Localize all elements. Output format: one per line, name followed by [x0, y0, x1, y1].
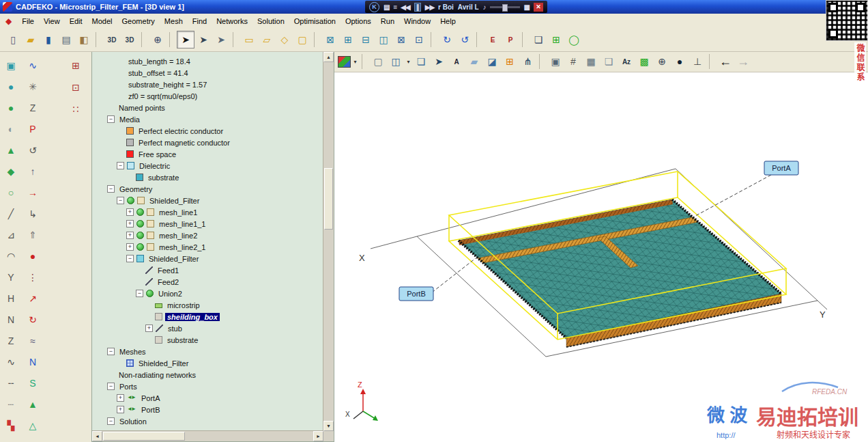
menu-item[interactable]: View [39, 16, 65, 27]
view-toolbar-button[interactable]: ➤ [430, 53, 448, 70]
view-toolbar-button[interactable]: ← [717, 53, 734, 70]
tree-expander[interactable] [107, 115, 115, 123]
tree-item-feed2[interactable]: Feed2 [92, 276, 323, 288]
tree-item-sheilding-box[interactable]: sheilding_box [92, 311, 323, 322]
tree-item-variable[interactable]: stub_offset = 41.4 [92, 67, 323, 79]
tree-item-mesh-line1[interactable]: mesh_line1 [92, 206, 323, 218]
vertical-scroll-thumb[interactable] [324, 168, 333, 230]
toolbar-button[interactable]: ⊠ [392, 31, 410, 49]
geometry-tool-button[interactable]: ∿ [2, 353, 20, 371]
menu-item[interactable]: Optimisation [289, 16, 341, 27]
toolbar-button[interactable]: ◫ [375, 31, 392, 49]
view-toolbar-button[interactable]: ▰ [465, 53, 483, 70]
view-toolbar-button[interactable]: ▢ [369, 53, 387, 70]
geometry-tool-button[interactable]: ▚ [2, 417, 20, 434]
transform-tool-button[interactable]: ↻ [24, 311, 42, 329]
toolbar-button[interactable]: ▱ [258, 31, 276, 49]
menu-item[interactable]: Run [376, 16, 399, 27]
tree-expander[interactable] [126, 220, 134, 227]
player-list-icon[interactable]: ≡ [393, 3, 396, 11]
geometry-tool-button[interactable]: ○ [2, 184, 20, 202]
geometry-tool-button[interactable]: ◐ [2, 120, 20, 138]
player-prev-button[interactable]: ◀◀ [401, 3, 409, 11]
geometry-tool-button[interactable]: H [2, 290, 20, 307]
tree-expander[interactable] [107, 383, 115, 390]
menu-item[interactable]: Help [435, 16, 461, 27]
tree-item-variable[interactable]: stub_length = 18.4 [92, 55, 323, 67]
workplane-tool-button[interactable]: ⊞ [67, 57, 85, 74]
geometry-tool-button[interactable]: ◠ [2, 247, 20, 265]
view-toolbar-button[interactable]: A [448, 53, 465, 70]
player-close-button[interactable]: ✕ [534, 3, 543, 12]
toolbar-button[interactable]: ⊠ [321, 31, 339, 49]
tree-item-named-points[interactable]: Named points [92, 102, 323, 113]
geometry-tool-button[interactable]: ╱ [2, 205, 20, 223]
tree-item-free-space[interactable]: Free space [92, 148, 323, 160]
workplane-tool-button[interactable]: ∷ [67, 100, 85, 118]
tree-item-non-radiating-networks[interactable]: Non-radiating networks [92, 369, 323, 381]
toolbar-button[interactable]: ▯ [4, 31, 22, 49]
view-toolbar-button[interactable]: ⊞ [501, 53, 519, 70]
tree-item-dielectric[interactable]: Dielectric [92, 160, 323, 171]
tree-vertical-scrollbar[interactable]: ▲ ▼ [323, 52, 334, 431]
tree-item-media[interactable]: Media [92, 113, 323, 125]
player-next-button[interactable]: ▶▶ [425, 3, 434, 11]
tree-item-pmc[interactable]: Perfect magnetic conductor [92, 137, 323, 148]
tree-item-feed1[interactable]: Feed1 [92, 264, 323, 276]
geometry-tool-button[interactable]: ◆ [2, 163, 20, 180]
menu-item[interactable]: Geometry [117, 16, 160, 27]
tree-item-shielded-filter[interactable]: Shielded_Filter [92, 195, 323, 206]
geometry-tool-button[interactable]: ⊿ [2, 226, 20, 244]
transform-tool-button[interactable]: ↗ [24, 290, 42, 307]
transform-tool-button[interactable]: ❖ [24, 438, 42, 442]
tree-item-meshes[interactable]: Meshes [92, 346, 323, 357]
tree-expander[interactable] [107, 417, 115, 425]
scroll-up-arrow[interactable]: ▲ [323, 52, 334, 62]
view-toolbar-button[interactable]: ● [671, 53, 689, 70]
view-toolbar-button[interactable]: Az [618, 53, 635, 70]
workplane-tool-button[interactable]: ⊡ [67, 79, 85, 96]
toolbar-button[interactable]: ➤ [177, 31, 194, 49]
toolbar-button[interactable]: ❏ [530, 31, 547, 49]
tree-expander[interactable] [126, 208, 134, 216]
volume-icon[interactable]: ♪ [483, 3, 486, 11]
view-toolbar-button[interactable]: ▩ [635, 53, 653, 70]
tree-item-substrate-solid[interactable]: substrate [92, 334, 323, 346]
toolbar-button[interactable]: ◧ [75, 31, 93, 49]
volume-slider[interactable] [490, 6, 520, 8]
geometry-tool-button[interactable]: ▲ [2, 141, 20, 159]
toolbar-button[interactable]: ⊞ [339, 31, 357, 49]
tree-item-mesh-line2-1[interactable]: mesh_line2_1 [92, 241, 323, 253]
view-toolbar-button[interactable]: ◪ [483, 53, 501, 70]
toolbar-button[interactable]: ↻ [438, 31, 456, 49]
volume-slider-thumb[interactable] [502, 4, 508, 12]
view-toolbar-button[interactable]: # [564, 53, 582, 70]
toolbar-button[interactable]: ▰ [22, 31, 40, 49]
tree-item-geometry[interactable]: Geometry [92, 183, 323, 195]
menu-item[interactable]: Model [87, 16, 117, 27]
transform-tool-button[interactable]: ↺ [24, 141, 42, 159]
transform-tool-button[interactable]: ⋮ [24, 268, 42, 286]
tree-expander[interactable] [117, 197, 124, 204]
view-toolbar-button[interactable]: ◫ [387, 53, 405, 70]
toolbar-button[interactable]: ⊡ [410, 31, 428, 49]
tree-expander[interactable] [107, 185, 115, 193]
tree-expander[interactable] [117, 394, 124, 402]
view-toolbar-button[interactable]: ⋔ [519, 53, 536, 70]
3d-scene-area[interactable]: X Y [334, 72, 868, 442]
view-toolbar-button[interactable]: → [734, 53, 752, 70]
view-toolbar-button[interactable]: ▣ [547, 53, 564, 70]
transform-tool-button[interactable]: ● [24, 247, 42, 265]
view-toolbar-button[interactable]: ▾ [405, 53, 412, 70]
scroll-left-arrow[interactable]: ◄ [92, 431, 102, 441]
toolbar-button[interactable]: ▢ [293, 31, 311, 49]
tree-item-microstrip[interactable]: microstrip [92, 299, 323, 311]
toolbar-button[interactable]: ◇ [276, 31, 293, 49]
tree-item-ports[interactable]: Ports [92, 381, 323, 392]
tree-item-solution[interactable]: Solution [92, 415, 323, 427]
geometry-tool-button[interactable]: ╌ [2, 374, 20, 392]
menu-item[interactable]: Window [399, 16, 435, 27]
tree-expander[interactable] [117, 406, 124, 413]
geometry-tool-button[interactable]: ▨ [2, 438, 20, 442]
horizontal-scroll-thumb[interactable] [103, 432, 185, 441]
